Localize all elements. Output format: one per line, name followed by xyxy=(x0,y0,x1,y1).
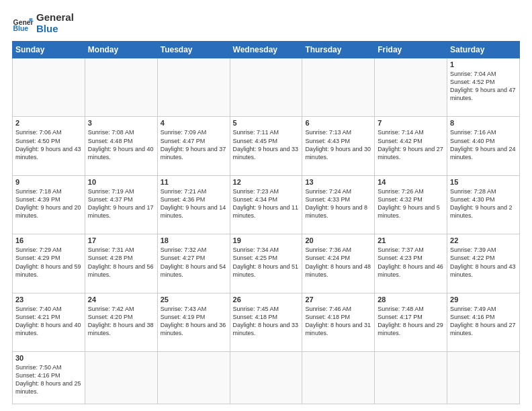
calendar-cell: 8Sunrise: 7:16 AM Sunset: 4:40 PM Daylig… xyxy=(447,117,520,175)
calendar-cell: 13Sunrise: 7:24 AM Sunset: 4:33 PM Dayli… xyxy=(302,175,375,234)
logo-general: General xyxy=(36,12,74,24)
day-number: 11 xyxy=(161,178,227,186)
calendar-cell xyxy=(302,58,375,117)
calendar-cell: 23Sunrise: 7:40 AM Sunset: 4:21 PM Dayli… xyxy=(13,293,85,351)
calendar-cell: 7Sunrise: 7:14 AM Sunset: 4:42 PM Daylig… xyxy=(375,117,447,175)
day-number: 17 xyxy=(88,236,154,244)
calendar-cell: 5Sunrise: 7:11 AM Sunset: 4:45 PM Daylig… xyxy=(230,117,302,175)
cell-info: Sunrise: 7:49 AM Sunset: 4:16 PM Dayligh… xyxy=(450,305,517,338)
calendar-cell xyxy=(157,352,230,404)
header: General Blue General Blue xyxy=(12,12,520,34)
cell-info: Sunrise: 7:37 AM Sunset: 4:23 PM Dayligh… xyxy=(378,246,444,279)
calendar-cell xyxy=(85,352,157,404)
calendar-cell: 1Sunrise: 7:04 AM Sunset: 4:52 PM Daylig… xyxy=(447,58,520,117)
cell-info: Sunrise: 7:29 AM Sunset: 4:29 PM Dayligh… xyxy=(15,246,82,279)
calendar-cell: 19Sunrise: 7:34 AM Sunset: 4:25 PM Dayli… xyxy=(230,234,302,293)
logo-icon: General Blue xyxy=(12,13,34,34)
cell-info: Sunrise: 7:14 AM Sunset: 4:42 PM Dayligh… xyxy=(378,128,444,161)
cell-info: Sunrise: 7:39 AM Sunset: 4:22 PM Dayligh… xyxy=(450,246,517,279)
cell-info: Sunrise: 7:50 AM Sunset: 4:16 PM Dayligh… xyxy=(15,363,82,396)
cell-info: Sunrise: 7:48 AM Sunset: 4:17 PM Dayligh… xyxy=(378,305,444,338)
day-number: 30 xyxy=(15,354,82,362)
cell-info: Sunrise: 7:36 AM Sunset: 4:24 PM Dayligh… xyxy=(305,246,371,279)
calendar-cell: 6Sunrise: 7:13 AM Sunset: 4:43 PM Daylig… xyxy=(302,117,375,175)
cell-info: Sunrise: 7:28 AM Sunset: 4:30 PM Dayligh… xyxy=(450,187,517,220)
day-number: 9 xyxy=(15,178,82,186)
day-number: 7 xyxy=(378,119,444,127)
cell-info: Sunrise: 7:26 AM Sunset: 4:32 PM Dayligh… xyxy=(378,187,444,220)
cell-info: Sunrise: 7:24 AM Sunset: 4:33 PM Dayligh… xyxy=(305,187,371,220)
weekday-header-friday: Friday xyxy=(375,42,447,58)
week-row-4: 23Sunrise: 7:40 AM Sunset: 4:21 PM Dayli… xyxy=(13,293,520,351)
calendar-table: SundayMondayTuesdayWednesdayThursdayFrid… xyxy=(12,41,520,404)
day-number: 25 xyxy=(161,295,227,304)
cell-info: Sunrise: 7:46 AM Sunset: 4:18 PM Dayligh… xyxy=(305,305,371,338)
calendar-cell: 14Sunrise: 7:26 AM Sunset: 4:32 PM Dayli… xyxy=(375,175,447,234)
calendar-cell: 9Sunrise: 7:18 AM Sunset: 4:39 PM Daylig… xyxy=(13,175,85,234)
calendar-cell: 21Sunrise: 7:37 AM Sunset: 4:23 PM Dayli… xyxy=(375,234,447,293)
day-number: 23 xyxy=(15,295,82,304)
cell-info: Sunrise: 7:43 AM Sunset: 4:19 PM Dayligh… xyxy=(161,305,227,338)
day-number: 16 xyxy=(15,236,82,244)
week-row-2: 9Sunrise: 7:18 AM Sunset: 4:39 PM Daylig… xyxy=(13,175,520,234)
calendar-cell xyxy=(230,58,302,117)
calendar-cell: 17Sunrise: 7:31 AM Sunset: 4:28 PM Dayli… xyxy=(85,234,157,293)
cell-info: Sunrise: 7:06 AM Sunset: 4:50 PM Dayligh… xyxy=(15,128,82,161)
calendar-cell xyxy=(375,352,447,404)
cell-info: Sunrise: 7:19 AM Sunset: 4:37 PM Dayligh… xyxy=(88,187,154,220)
cell-info: Sunrise: 7:13 AM Sunset: 4:43 PM Dayligh… xyxy=(305,128,371,161)
day-number: 2 xyxy=(15,119,82,127)
day-number: 27 xyxy=(305,295,371,304)
calendar-cell: 3Sunrise: 7:08 AM Sunset: 4:48 PM Daylig… xyxy=(85,117,157,175)
week-row-5: 30Sunrise: 7:50 AM Sunset: 4:16 PM Dayli… xyxy=(13,352,520,404)
calendar-cell xyxy=(230,352,302,404)
calendar-cell: 12Sunrise: 7:23 AM Sunset: 4:34 PM Dayli… xyxy=(230,175,302,234)
cell-info: Sunrise: 7:40 AM Sunset: 4:21 PM Dayligh… xyxy=(15,305,82,338)
day-number: 28 xyxy=(378,295,444,304)
calendar-cell xyxy=(13,58,85,117)
cell-info: Sunrise: 7:09 AM Sunset: 4:47 PM Dayligh… xyxy=(161,128,227,161)
calendar-cell xyxy=(302,352,375,404)
calendar-cell: 22Sunrise: 7:39 AM Sunset: 4:22 PM Dayli… xyxy=(447,234,520,293)
day-number: 15 xyxy=(450,178,517,186)
day-number: 14 xyxy=(378,178,444,186)
calendar-cell: 18Sunrise: 7:32 AM Sunset: 4:27 PM Dayli… xyxy=(157,234,230,293)
svg-text:Blue: Blue xyxy=(13,25,29,32)
calendar-cell: 26Sunrise: 7:45 AM Sunset: 4:18 PM Dayli… xyxy=(230,293,302,351)
day-number: 13 xyxy=(305,178,371,186)
weekday-header-thursday: Thursday xyxy=(302,42,375,58)
calendar-cell xyxy=(447,352,520,404)
day-number: 19 xyxy=(233,236,300,244)
cell-info: Sunrise: 7:21 AM Sunset: 4:36 PM Dayligh… xyxy=(161,187,227,220)
logo-blue: Blue xyxy=(36,24,74,35)
calendar-cell xyxy=(375,58,447,117)
calendar-cell: 10Sunrise: 7:19 AM Sunset: 4:37 PM Dayli… xyxy=(85,175,157,234)
calendar-cell: 27Sunrise: 7:46 AM Sunset: 4:18 PM Dayli… xyxy=(302,293,375,351)
week-row-0: 1Sunrise: 7:04 AM Sunset: 4:52 PM Daylig… xyxy=(13,58,520,117)
logo: General Blue General Blue xyxy=(12,12,74,34)
calendar-cell: 2Sunrise: 7:06 AM Sunset: 4:50 PM Daylig… xyxy=(13,117,85,175)
calendar-cell: 4Sunrise: 7:09 AM Sunset: 4:47 PM Daylig… xyxy=(157,117,230,175)
calendar-cell: 28Sunrise: 7:48 AM Sunset: 4:17 PM Dayli… xyxy=(375,293,447,351)
calendar-cell: 24Sunrise: 7:42 AM Sunset: 4:20 PM Dayli… xyxy=(85,293,157,351)
calendar-cell: 15Sunrise: 7:28 AM Sunset: 4:30 PM Dayli… xyxy=(447,175,520,234)
weekday-header-wednesday: Wednesday xyxy=(230,42,302,58)
day-number: 26 xyxy=(233,295,300,304)
day-number: 8 xyxy=(450,119,517,127)
day-number: 24 xyxy=(88,295,154,304)
week-row-3: 16Sunrise: 7:29 AM Sunset: 4:29 PM Dayli… xyxy=(13,234,520,293)
calendar-cell xyxy=(157,58,230,117)
cell-info: Sunrise: 7:32 AM Sunset: 4:27 PM Dayligh… xyxy=(161,246,227,279)
day-number: 20 xyxy=(305,236,371,244)
weekday-header-monday: Monday xyxy=(85,42,157,58)
day-number: 12 xyxy=(233,178,300,186)
cell-info: Sunrise: 7:31 AM Sunset: 4:28 PM Dayligh… xyxy=(88,246,154,279)
cell-info: Sunrise: 7:11 AM Sunset: 4:45 PM Dayligh… xyxy=(233,128,300,161)
day-number: 4 xyxy=(161,119,227,127)
day-number: 22 xyxy=(450,236,517,244)
calendar-cell: 25Sunrise: 7:43 AM Sunset: 4:19 PM Dayli… xyxy=(157,293,230,351)
week-row-1: 2Sunrise: 7:06 AM Sunset: 4:50 PM Daylig… xyxy=(13,117,520,175)
weekday-header-row: SundayMondayTuesdayWednesdayThursdayFrid… xyxy=(13,42,520,58)
calendar-cell xyxy=(85,58,157,117)
day-number: 6 xyxy=(305,119,371,127)
